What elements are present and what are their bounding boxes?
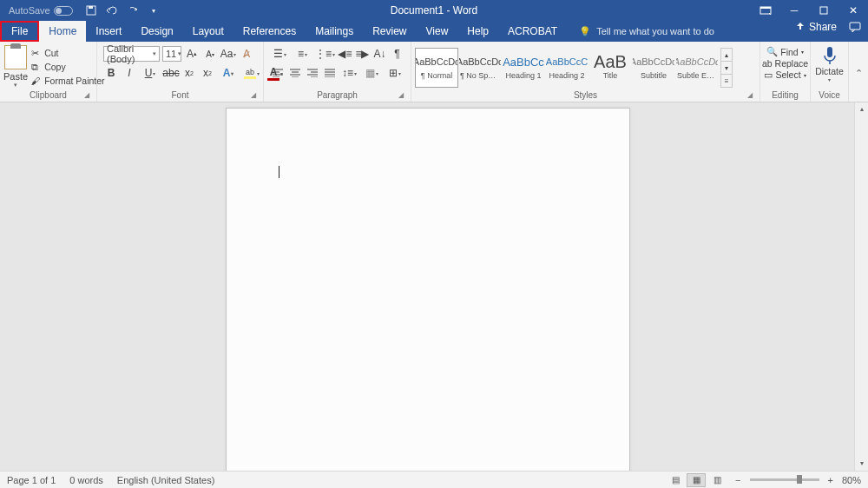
svg-rect-3	[760, 7, 771, 9]
style-heading-1[interactable]: AaBbCcHeading 1	[502, 48, 545, 88]
tab-design[interactable]: Design	[131, 21, 182, 42]
font-label: Font	[171, 90, 188, 100]
qat-customize-icon[interactable]: ▾	[148, 4, 160, 16]
svg-rect-1	[89, 6, 93, 9]
zoom-level[interactable]: 80%	[842, 475, 861, 485]
collapse-ribbon-icon[interactable]: ⌃	[849, 42, 868, 102]
align-center-icon[interactable]	[287, 65, 303, 81]
increase-indent-icon[interactable]: ≡▶	[355, 46, 371, 62]
shrink-font-icon[interactable]: A▾	[202, 46, 218, 62]
scroll-up-icon[interactable]: ▴	[855, 102, 868, 116]
dictate-button[interactable]: Dictate ▾	[814, 43, 845, 90]
clear-formatting-icon[interactable]: A̷	[239, 46, 254, 62]
tab-home[interactable]: Home	[39, 21, 86, 42]
tab-insert[interactable]: Insert	[86, 21, 131, 42]
word-count[interactable]: 0 words	[69, 475, 103, 485]
subscript-button[interactable]: x2	[181, 65, 197, 81]
tab-layout[interactable]: Layout	[183, 21, 233, 42]
styles-scroll-up-icon[interactable]: ▴	[721, 49, 732, 62]
bullets-icon[interactable]: ☰▾	[270, 46, 291, 62]
tab-references[interactable]: References	[233, 21, 306, 42]
scroll-down-icon[interactable]: ▾	[855, 457, 868, 471]
share-button[interactable]: Share	[795, 21, 837, 33]
tab-acrobat[interactable]: ACROBAT	[498, 21, 567, 42]
tab-view[interactable]: View	[417, 21, 458, 42]
align-left-icon[interactable]	[270, 65, 286, 81]
tab-mailings[interactable]: Mailings	[306, 21, 363, 42]
tab-help[interactable]: Help	[457, 21, 498, 42]
style-subtitle[interactable]: AaBbCcDdSubtitle	[632, 48, 675, 88]
styles-scroll-down-icon[interactable]: ▾	[721, 62, 732, 75]
text-cursor	[279, 166, 279, 178]
quick-access-toolbar: ▾	[85, 4, 160, 16]
save-icon[interactable]	[85, 4, 97, 16]
maximize-button[interactable]	[809, 0, 838, 21]
justify-icon[interactable]	[322, 65, 338, 81]
document-page[interactable]	[226, 108, 630, 471]
text-effects-icon[interactable]: A▾	[218, 65, 239, 81]
language-status[interactable]: English (United States)	[117, 475, 215, 485]
format-painter-button[interactable]: 🖌Format Painter	[30, 75, 106, 87]
vertical-scrollbar[interactable]: ▴ ▾	[854, 102, 868, 471]
highlight-icon[interactable]: ab▾	[241, 65, 262, 81]
clipboard-label: Clipboard	[30, 90, 67, 100]
bold-button[interactable]: B	[103, 65, 119, 81]
change-case-icon[interactable]: Aa▾	[220, 46, 236, 62]
tell-me-search[interactable]: 💡 Tell me what you want to do	[579, 21, 714, 42]
styles-expand-icon[interactable]: ≡	[721, 75, 732, 87]
font-name-combo[interactable]: Calibri (Body)▾	[103, 46, 160, 62]
font-launcher-icon[interactable]: ◢	[249, 91, 258, 100]
clipboard-launcher-icon[interactable]: ◢	[82, 91, 91, 100]
read-mode-icon[interactable]: ▤	[666, 473, 685, 487]
ribbon-display-options-icon[interactable]	[752, 0, 779, 21]
web-layout-icon[interactable]: ▥	[707, 473, 727, 487]
cut-button[interactable]: ✂Cut	[30, 47, 106, 59]
paragraph-launcher-icon[interactable]: ◢	[397, 91, 405, 100]
show-marks-icon[interactable]: ¶	[390, 46, 405, 62]
style-no-spacing[interactable]: AaBbCcDd¶ No Spac...	[458, 48, 502, 88]
autosave-toggle[interactable]: AutoSave	[9, 5, 73, 16]
tab-review[interactable]: Review	[363, 21, 416, 42]
numbering-icon[interactable]: ≡▾	[293, 46, 313, 62]
sort-icon[interactable]: A↓	[372, 46, 388, 62]
zoom-in-icon[interactable]: +	[828, 475, 833, 485]
window-controls: ─ ✕	[752, 0, 868, 21]
close-button[interactable]: ✕	[838, 0, 868, 21]
select-button[interactable]: ▭Select▾	[761, 69, 808, 80]
comments-icon[interactable]	[849, 22, 861, 32]
strikethrough-button[interactable]: abc	[163, 65, 179, 81]
style-title[interactable]: AaBTitle	[589, 48, 632, 88]
doc-name: Document1	[391, 4, 444, 16]
style-normal[interactable]: AaBbCcDd¶ Normal	[415, 48, 458, 88]
style-heading-2[interactable]: AaBbCcCHeading 2	[545, 48, 589, 88]
shading-icon[interactable]: ▦▾	[362, 65, 383, 81]
format-painter-icon: 🖌	[31, 76, 42, 86]
superscript-button[interactable]: x2	[200, 65, 215, 81]
minimize-button[interactable]: ─	[779, 0, 809, 21]
style-subtle-emphasis[interactable]: AaBbCcDdSubtle Em...	[675, 48, 719, 88]
font-size-combo[interactable]: 11▾	[162, 46, 181, 62]
align-right-icon[interactable]	[305, 65, 320, 81]
underline-button[interactable]: U▾	[140, 65, 161, 81]
find-button[interactable]: 🔍Find▾	[764, 46, 806, 57]
page-count[interactable]: Page 1 of 1	[7, 475, 56, 485]
line-spacing-icon[interactable]: ↕≡▾	[339, 65, 360, 81]
italic-button[interactable]: I	[122, 65, 137, 81]
redo-icon[interactable]	[127, 4, 139, 16]
styles-launcher-icon[interactable]: ◢	[746, 91, 754, 100]
zoom-out-icon[interactable]: −	[735, 475, 740, 485]
zoom-slider[interactable]	[750, 478, 819, 481]
tab-file[interactable]: File	[0, 21, 39, 42]
multilevel-list-icon[interactable]: ⋮≡▾	[315, 46, 336, 62]
print-layout-icon[interactable]: ▦	[687, 473, 706, 487]
ribbon-tabs: File Home Insert Design Layout Reference…	[0, 21, 868, 42]
voice-label: Voice	[819, 90, 839, 100]
decrease-indent-icon[interactable]: ◀≡	[338, 46, 353, 62]
replace-button[interactable]: abReplace	[760, 58, 811, 69]
borders-icon[interactable]: ⊞▾	[385, 65, 405, 81]
paste-button[interactable]: Paste ▾	[3, 45, 28, 89]
group-editing: 🔍Find▾ abReplace ▭Select▾ Editing	[760, 42, 811, 102]
undo-icon[interactable]	[106, 4, 118, 16]
grow-font-icon[interactable]: A▴	[184, 46, 200, 62]
copy-button[interactable]: ⧉Copy	[30, 61, 106, 73]
